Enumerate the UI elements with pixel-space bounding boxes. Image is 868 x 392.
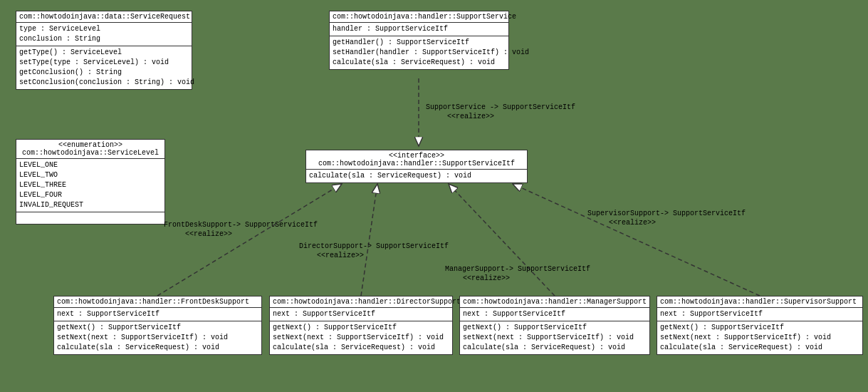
- service-level-stereotype: <<enumeration>> com::howtodoinjava::Serv…: [16, 140, 164, 159]
- manager-methods: getNext() : SupportServiceItf setNext(ne…: [460, 321, 649, 354]
- front-desk-methods: getNext() : SupportServiceItf setNext(ne…: [54, 321, 261, 354]
- support-service-itf-box: <<interface>> com::howtodoinjava::handle…: [305, 150, 528, 183]
- supervisor-realize-label: SupervisorSupport-> SupportServiceItf: [587, 210, 746, 217]
- front-desk-realize-stereotype: <<realize>>: [185, 230, 232, 238]
- service-request-box: com::howtodoinjava::data::ServiceRequest…: [16, 11, 192, 90]
- front-desk-realize-label: FrontDeskSupport-> SupportServiceItf: [164, 221, 318, 229]
- manager-realize-label: ManagerSupport-> SupportServiceItf: [445, 265, 590, 273]
- front-desk-support-box: com::howtodoinjava::handler::FrontDeskSu…: [53, 296, 262, 355]
- support-service-itf-stereotype: <<interface>> com::howtodoinjava::handle…: [306, 150, 527, 170]
- director-methods: getNext() : SupportServiceItf setNext(ne…: [270, 321, 452, 354]
- support-service-box: com::howtodoinjava::handler::SupportServ…: [329, 11, 509, 70]
- manager-support-box: com::howtodoinjava::handler::ManagerSupp…: [459, 296, 650, 355]
- front-desk-title: com::howtodoinjava::handler::FrontDeskSu…: [54, 296, 261, 308]
- support-service-title: com::howtodoinjava::handler::SupportServ…: [330, 11, 508, 23]
- supervisor-realize-stereotype: <<realize>>: [609, 219, 656, 227]
- director-realize-label: DirectorSupport-> SupportServiceItf: [299, 242, 449, 250]
- service-request-attributes: type : ServiceLevel conclusion : String: [16, 23, 192, 46]
- service-request-title: com::howtodoinjava::data::ServiceRequest: [16, 11, 192, 23]
- front-desk-attributes: next : SupportServiceItf: [54, 308, 261, 321]
- director-title: com::howtodoinjava::handler::DirectorSup…: [270, 296, 452, 308]
- service-level-values: LEVEL_ONE LEVEL_TWO LEVEL_THREE LEVEL_FO…: [16, 159, 164, 212]
- supervisor-title: com::howtodoinjava::handler::SupervisorS…: [657, 296, 862, 308]
- support-service-itf-methods: calculate(sla : ServiceRequest) : void: [306, 170, 527, 182]
- service-level-box: <<enumeration>> com::howtodoinjava::Serv…: [16, 139, 165, 225]
- manager-title: com::howtodoinjava::handler::ManagerSupp…: [460, 296, 649, 308]
- support-service-methods: getHandler() : SupportServiceItf setHand…: [330, 36, 508, 69]
- service-request-methods: getType() : ServiceLevel setType(type : …: [16, 46, 192, 89]
- director-attributes: next : SupportServiceItf: [270, 308, 452, 321]
- manager-realize-stereotype: <<realize>>: [463, 274, 510, 282]
- manager-attributes: next : SupportServiceItf: [460, 308, 649, 321]
- supervisor-attributes: next : SupportServiceItf: [657, 308, 862, 321]
- supervisor-support-box: com::howtodoinjava::handler::SupervisorS…: [657, 296, 863, 355]
- service-level-empty: [16, 212, 164, 224]
- support-service-realize-label: SupportService -> SupportServiceItf: [426, 103, 575, 111]
- support-service-attributes: handler : SupportServiceItf: [330, 23, 508, 36]
- supervisor-methods: getNext() : SupportServiceItf setNext(ne…: [657, 321, 862, 354]
- director-support-box: com::howtodoinjava::handler::DirectorSup…: [269, 296, 453, 355]
- front-desk-to-itf-line: [157, 184, 342, 296]
- supervisor-to-itf-line: [513, 184, 760, 296]
- director-to-itf-line: [361, 184, 377, 296]
- director-realize-stereotype: <<realize>>: [317, 252, 364, 259]
- support-service-realize-stereotype: <<realize>>: [447, 113, 494, 120]
